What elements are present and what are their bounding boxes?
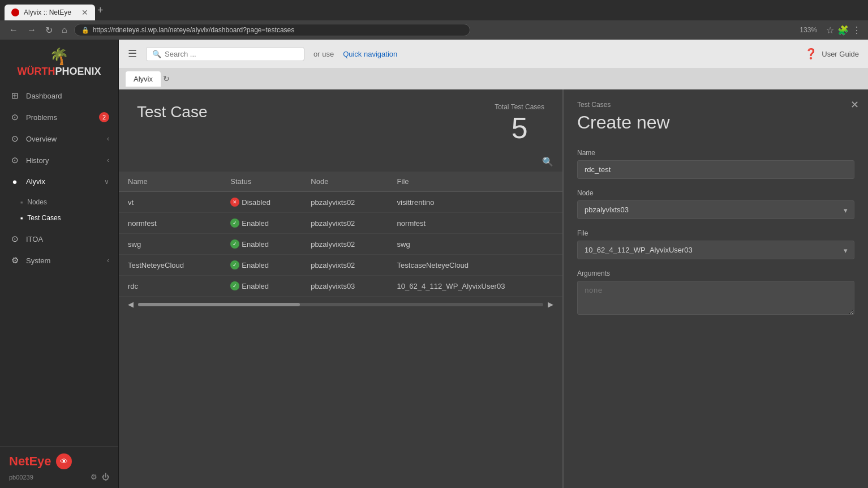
bookmark-icon[interactable]: ☆ <box>826 25 834 36</box>
scrollbar-row: ◀ ▶ <box>119 297 562 312</box>
cell-file: normfest <box>388 213 562 234</box>
sidebar-item-system[interactable]: ⚙ System ‹ <box>0 250 118 271</box>
neteye-text: NetEye <box>9 454 51 469</box>
lock-icon: 🔒 <box>81 27 89 34</box>
sidebar-item-itoa[interactable]: ⊙ ITOA <box>0 228 118 250</box>
table-row[interactable]: swg Enabled pbzalyvixts02 swg <box>119 234 562 255</box>
status-dot <box>230 281 239 290</box>
tab-title: Alyvix :: NetEye <box>24 8 71 16</box>
or-use-text: or use <box>313 50 334 58</box>
create-section-label: Test Cases <box>577 101 854 109</box>
form-group-name: Name <box>577 149 854 179</box>
left-panel: Test Case Total Test Cases 5 🔍 Name Stat… <box>119 89 562 488</box>
sidebar-label-dashboard: Dashboard <box>26 92 109 100</box>
table-search-button[interactable]: 🔍 <box>542 156 553 167</box>
wurth-text: WÜRTH <box>17 66 55 77</box>
palm-icon: 🌴 <box>49 47 69 66</box>
back-button[interactable]: ← <box>7 24 20 36</box>
name-label: Name <box>577 149 854 157</box>
col-file: File <box>388 172 562 192</box>
search-icon: 🔍 <box>152 50 161 58</box>
help-icon[interactable]: ❓ <box>805 48 817 60</box>
table-body: vt Disabled pbzalyvixts02 visittrentino … <box>119 192 562 297</box>
col-node: Node <box>302 172 388 192</box>
sidebar-label-history: History <box>26 156 101 165</box>
search-box[interactable]: 🔍 <box>146 47 304 61</box>
zoom-level: 133% <box>800 26 817 34</box>
file-select[interactable]: 10_62_4_112_WP_AlyvixUser03 <box>577 241 854 259</box>
file-select-wrapper: 10_62_4_112_WP_AlyvixUser03 <box>577 241 854 259</box>
tab-alyvix-label: Alyvix <box>134 75 153 83</box>
data-table: Name Status Node File vt Disabled pbzaly… <box>119 172 562 297</box>
cell-file: visittrentino <box>388 192 562 213</box>
sidebar-item-testcases[interactable]: Test Cases <box>0 210 118 226</box>
table-row[interactable]: normfest Enabled pbzalyvixts02 normfest <box>119 213 562 234</box>
status-dot <box>230 260 239 269</box>
power-icon[interactable]: ⏻ <box>102 473 109 481</box>
user-guide-link[interactable]: User Guide <box>822 50 859 58</box>
sidebar-item-problems[interactable]: ⊙ Problems 2 <box>0 106 118 128</box>
scrollbar-thumb <box>138 303 300 306</box>
neteye-logo: NetEye 👁 <box>9 453 109 469</box>
arguments-label: Arguments <box>577 269 854 277</box>
logo-block: 🌴 WÜRTHPHOENIX <box>17 47 101 78</box>
cell-status: Enabled <box>221 234 302 255</box>
node-select-wrapper: pbzalyvixts03 <box>577 200 854 219</box>
sidebar-item-history[interactable]: ⊙ History ‹ <box>0 149 118 171</box>
hamburger-button[interactable]: ☰ <box>128 48 137 60</box>
scroll-right-button[interactable]: ▶ <box>548 300 553 309</box>
neteye-icon: 👁 <box>56 453 72 469</box>
history-chevron-icon: ‹ <box>107 156 109 164</box>
form-group-arguments: Arguments <box>577 269 854 316</box>
browser-actions: ☆ 🧩 ⋮ <box>826 25 861 36</box>
forward-button[interactable]: → <box>25 24 38 36</box>
settings-icon[interactable]: ⚙ <box>91 473 97 481</box>
alyvix-subnav: Nodes Test Cases <box>0 192 118 228</box>
tab-close-button[interactable]: ✕ <box>81 8 88 17</box>
sidebar-item-dashboard[interactable]: ⊞ Dashboard <box>0 85 118 106</box>
form-group-node: Node pbzalyvixts03 <box>577 189 854 219</box>
sidebar-item-alyvix[interactable]: ● Alyvix ∨ <box>0 171 118 192</box>
cell-file: 10_62_4_112_WP_AlyvixUser03 <box>388 276 562 297</box>
tab-alyvix[interactable]: Alyvix <box>126 71 161 87</box>
form-group-file: File 10_62_4_112_WP_AlyvixUser03 <box>577 229 854 259</box>
file-label: File <box>577 229 854 237</box>
name-input[interactable] <box>577 160 854 179</box>
arguments-input[interactable] <box>577 281 854 315</box>
node-select[interactable]: pbzalyvixts03 <box>577 200 854 219</box>
quick-nav-link[interactable]: Quick navigation <box>343 50 397 58</box>
sidebar-label-system: System <box>26 256 101 265</box>
new-tab-button[interactable]: + <box>97 5 104 16</box>
reload-button[interactable]: ↻ <box>43 24 55 37</box>
col-name: Name <box>119 172 221 192</box>
cell-status: Enabled <box>221 213 302 234</box>
scroll-left-button[interactable]: ◀ <box>128 300 134 309</box>
sidebar-item-nodes[interactable]: Nodes <box>0 194 118 210</box>
node-label: Node <box>577 189 854 197</box>
menu-icon[interactable]: ⋮ <box>852 25 861 36</box>
status-text: Enabled <box>242 240 269 249</box>
sidebar-footer: NetEye 👁 pb00239 ⚙ ⏻ <box>0 446 118 488</box>
panel-title: Test Case <box>137 103 208 121</box>
sidebar-item-overview[interactable]: ⊙ Overview ‹ <box>0 128 118 149</box>
cell-file: swg <box>388 234 562 255</box>
status-text: Enabled <box>242 282 269 290</box>
total-number: 5 <box>495 113 544 143</box>
table-row[interactable]: rdc Enabled pbzalyvixts03 10_62_4_112_WP… <box>119 276 562 297</box>
active-tab[interactable]: Alyvix :: NetEye ✕ <box>5 5 95 20</box>
table-row[interactable]: vt Disabled pbzalyvixts02 visittrentino <box>119 192 562 213</box>
extensions-icon[interactable]: 🧩 <box>837 25 849 36</box>
search-input[interactable] <box>165 50 298 58</box>
table-row[interactable]: TestNeteyeCloud Enabled pbzalyvixts02 Te… <box>119 255 562 276</box>
home-button[interactable]: ⌂ <box>59 24 70 36</box>
close-panel-button[interactable]: ✕ <box>850 99 859 111</box>
url-box[interactable]: 🔒 https://rdneteye.si.wp.lan/neteye/alyv… <box>74 24 470 36</box>
tab-bar: Alyvix :: NetEye ✕ + <box>0 0 868 20</box>
create-panel-title: Create new <box>577 112 854 133</box>
overview-icon: ⊙ <box>9 134 20 144</box>
topbar: ☰ 🔍 or use Quick navigation ❓ User Guide <box>119 40 868 68</box>
footer-id: pb00239 <box>9 474 33 481</box>
tab-refresh-button[interactable]: ↻ <box>163 74 170 83</box>
cell-status: Disabled <box>221 192 302 213</box>
scrollbar-track[interactable] <box>138 303 543 306</box>
